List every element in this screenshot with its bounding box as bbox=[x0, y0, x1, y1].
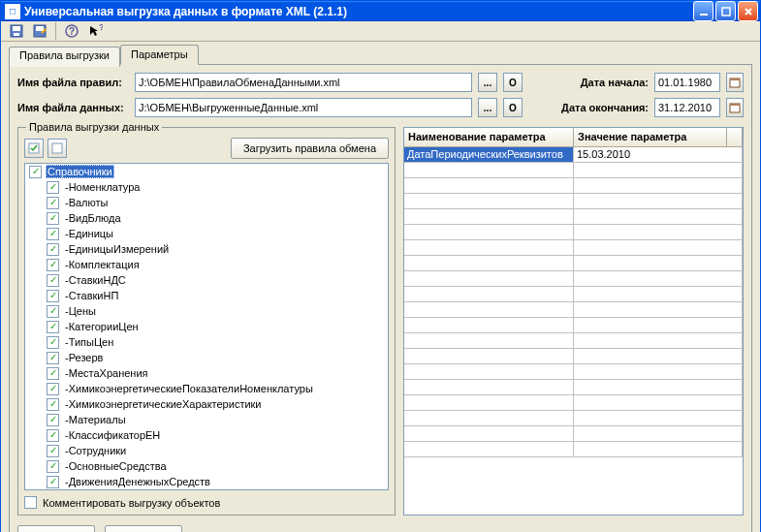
save-as-icon[interactable] bbox=[30, 21, 49, 41]
checkbox-icon[interactable]: ✓ bbox=[47, 228, 59, 240]
export-button[interactable]: Выгрузить bbox=[17, 525, 95, 532]
table-row[interactable] bbox=[404, 333, 743, 349]
table-row[interactable]: ДатаПериодическихРеквизитов15.03.2010 bbox=[404, 147, 743, 163]
open-data-button[interactable]: O bbox=[503, 98, 523, 117]
checkbox-icon[interactable]: ✓ bbox=[47, 259, 59, 271]
table-row[interactable] bbox=[404, 163, 743, 178]
grid-header-value[interactable]: Значение параметра bbox=[574, 128, 727, 147]
tree-item[interactable]: ✓-ТипыЦен bbox=[25, 334, 388, 350]
checkbox-icon[interactable]: ✓ bbox=[47, 352, 59, 364]
cell-param-value bbox=[574, 194, 743, 209]
tree-item[interactable]: ✓-СтавкиНП bbox=[25, 288, 388, 303]
table-row[interactable] bbox=[404, 349, 743, 364]
input-rules-file[interactable] bbox=[135, 73, 472, 92]
checkbox-icon[interactable]: ✓ bbox=[47, 414, 59, 426]
minimize-button[interactable] bbox=[693, 1, 713, 21]
checkbox-icon[interactable]: ✓ bbox=[47, 367, 59, 380]
table-row[interactable] bbox=[404, 256, 743, 271]
tree-item[interactable]: ✓-Комплектация bbox=[25, 257, 388, 272]
checkbox-icon[interactable]: ✓ bbox=[47, 243, 59, 256]
checkbox-icon[interactable]: ✓ bbox=[47, 445, 59, 457]
table-row[interactable] bbox=[404, 287, 743, 302]
tab-export-rules[interactable]: Правила выгрузки bbox=[9, 47, 120, 67]
tree-item[interactable]: ✓-Единицы bbox=[25, 226, 388, 241]
checkbox-icon[interactable]: ✓ bbox=[47, 197, 59, 209]
svg-rect-3 bbox=[13, 26, 20, 31]
checkbox-icon[interactable]: ✓ bbox=[47, 290, 59, 302]
cell-param-name bbox=[404, 271, 574, 287]
tree-item[interactable]: ✓-Цены bbox=[25, 303, 388, 319]
checkbox-icon[interactable]: ✓ bbox=[47, 274, 59, 287]
open-rules-button[interactable]: O bbox=[503, 73, 523, 92]
checkbox-icon[interactable]: ✓ bbox=[47, 305, 59, 318]
checkbox-icon[interactable]: ✓ bbox=[47, 398, 59, 411]
load-rules-button[interactable]: Загрузить правила обмена bbox=[231, 138, 389, 159]
tree-item[interactable]: ✓-Резерв bbox=[25, 350, 388, 365]
checkbox-icon[interactable]: ✓ bbox=[47, 476, 59, 488]
table-row[interactable] bbox=[404, 178, 743, 194]
table-row[interactable] bbox=[404, 442, 743, 457]
checkbox-icon[interactable]: ✓ bbox=[47, 212, 59, 225]
label-data-file: Имя файла данных: bbox=[17, 102, 129, 113]
table-row[interactable] bbox=[404, 209, 743, 225]
checkbox-icon[interactable]: ✓ bbox=[47, 429, 59, 442]
save-icon[interactable] bbox=[7, 21, 26, 41]
checkbox-icon[interactable]: ✓ bbox=[47, 460, 59, 473]
table-row[interactable] bbox=[404, 302, 743, 318]
tree-item[interactable]: ✓-ВидБлюда bbox=[25, 210, 388, 226]
tree-item[interactable]: ✓-ЕдиницыИзмерений bbox=[25, 241, 388, 257]
table-row[interactable] bbox=[404, 411, 743, 426]
tree-root[interactable]: ✓Справочники bbox=[25, 164, 388, 179]
tree-item[interactable]: ✓-КлассификаторЕН bbox=[25, 427, 388, 443]
tree-item[interactable]: ✓-Валюты bbox=[25, 195, 388, 210]
input-data-file[interactable] bbox=[135, 98, 472, 117]
checkbox-icon[interactable]: ✓ bbox=[47, 181, 59, 194]
help-pointer-icon[interactable]: ? bbox=[85, 21, 105, 41]
checkbox-icon[interactable]: ✓ bbox=[47, 321, 59, 333]
parameters-grid[interactable]: Наименование параметра Значение параметр… bbox=[403, 127, 744, 516]
close-button[interactable] bbox=[738, 1, 758, 21]
comment-checkbox[interactable] bbox=[24, 496, 37, 509]
tree-item[interactable]: ✓-ДвиженияДенежныхСредств bbox=[25, 474, 388, 489]
table-row[interactable] bbox=[404, 194, 743, 209]
tab-parameters[interactable]: Параметры bbox=[120, 45, 199, 65]
input-start-date[interactable] bbox=[654, 73, 720, 92]
table-row[interactable] bbox=[404, 380, 743, 395]
calendar-end-button[interactable] bbox=[726, 98, 744, 117]
table-row[interactable] bbox=[404, 225, 743, 240]
tree-item[interactable]: ✓-ОсновныеСредства bbox=[25, 458, 388, 474]
titlebar[interactable]: □ Универсальная выгрузка данных в формат… bbox=[1, 1, 760, 21]
tree-item[interactable]: ✓-ХимикоэнергетическиеПоказателиНоменкла… bbox=[25, 381, 388, 396]
help-icon[interactable]: ? bbox=[62, 21, 81, 41]
check-all-button[interactable] bbox=[24, 139, 44, 158]
rules-tree[interactable]: ✓Справочники✓-Номенклатура✓-Валюты✓-ВидБ… bbox=[24, 163, 389, 490]
tree-item[interactable]: ✓-СтавкиНДС bbox=[25, 272, 388, 288]
browse-rules-button[interactable]: ... bbox=[478, 73, 497, 92]
calendar-start-button[interactable] bbox=[726, 73, 744, 92]
comment-checkbox-row[interactable]: Комментировать выгрузку объектов bbox=[24, 496, 389, 509]
table-row[interactable] bbox=[404, 364, 743, 380]
uncheck-all-button[interactable] bbox=[48, 139, 67, 158]
table-row[interactable] bbox=[404, 240, 743, 256]
table-row[interactable] bbox=[404, 271, 743, 287]
tree-item[interactable]: ✓-Номенклатура bbox=[25, 179, 388, 195]
tree-item[interactable]: ✓-ХимикоэнергетическиеХарактеристики bbox=[25, 396, 388, 412]
table-row[interactable] bbox=[404, 426, 743, 442]
tree-item[interactable]: ✓-Материалы bbox=[25, 412, 388, 427]
input-end-date[interactable] bbox=[654, 98, 720, 117]
tree-item[interactable]: ✓-МестаХранения bbox=[25, 365, 388, 381]
table-row[interactable] bbox=[404, 395, 743, 411]
tree-item[interactable]: ✓-КатегорииЦен bbox=[25, 319, 388, 334]
browse-data-button[interactable]: ... bbox=[478, 98, 497, 117]
grid-header-name[interactable]: Наименование параметра bbox=[404, 128, 574, 147]
checkbox-icon[interactable]: ✓ bbox=[47, 336, 59, 349]
table-row[interactable] bbox=[404, 318, 743, 333]
tree-item[interactable]: ✓-Сотрудники bbox=[25, 443, 388, 458]
checkbox-icon[interactable]: ✓ bbox=[47, 383, 59, 395]
close-form-button[interactable]: Закрыть bbox=[105, 525, 182, 532]
cell-param-name bbox=[404, 287, 574, 302]
cell-param-value bbox=[574, 442, 743, 457]
maximize-button[interactable] bbox=[715, 1, 736, 21]
checkbox-icon[interactable]: ✓ bbox=[29, 166, 42, 178]
toolbar-separator bbox=[55, 22, 56, 40]
